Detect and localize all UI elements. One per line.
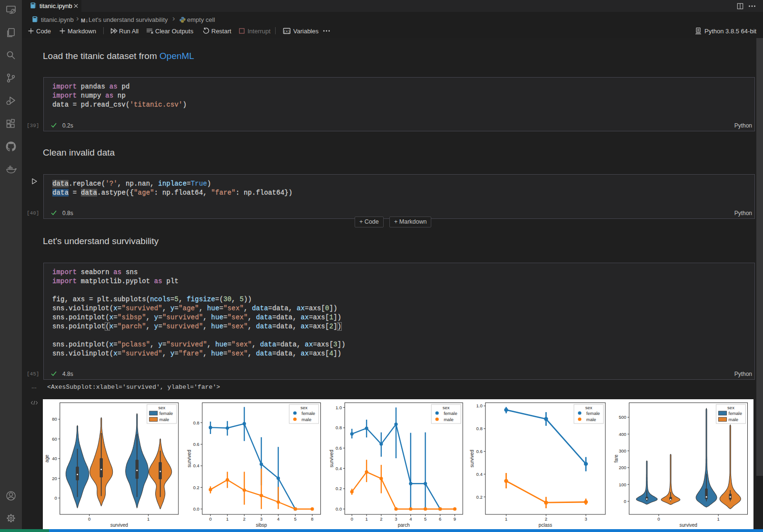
svg-text:age: age xyxy=(44,454,50,463)
svg-text:sex: sex xyxy=(727,405,734,410)
svg-text:0: 0 xyxy=(657,516,660,522)
svg-text:0.0: 0.0 xyxy=(336,506,342,512)
svg-text:200: 200 xyxy=(619,465,626,470)
svg-text:female: female xyxy=(444,411,457,416)
svg-text:80: 80 xyxy=(52,416,57,422)
svg-text:0.8: 0.8 xyxy=(336,425,342,430)
svg-text:2: 2 xyxy=(380,516,382,522)
svg-text:male: male xyxy=(729,417,739,422)
svg-text:3: 3 xyxy=(260,516,262,522)
svg-text:(x): (x) xyxy=(284,30,290,33)
svg-text:survived: survived xyxy=(110,522,128,528)
svg-text:female: female xyxy=(729,411,743,416)
svg-text:40: 40 xyxy=(52,456,57,461)
svg-text:500: 500 xyxy=(619,414,626,420)
svg-text:6: 6 xyxy=(439,516,441,522)
svg-text:sibsp: sibsp xyxy=(256,522,268,528)
svg-text:1.0: 1.0 xyxy=(336,405,342,410)
svg-text:male: male xyxy=(159,417,169,422)
svg-text:5: 5 xyxy=(424,516,426,522)
svg-text:3: 3 xyxy=(585,516,587,522)
svg-text:0.4: 0.4 xyxy=(193,463,199,468)
svg-text:0.8: 0.8 xyxy=(193,420,199,425)
svg-text:0: 0 xyxy=(55,495,57,501)
svg-text:0.2: 0.2 xyxy=(476,494,483,500)
svg-text:0.0: 0.0 xyxy=(193,506,199,512)
svg-text:3: 3 xyxy=(395,516,397,522)
svg-text:0: 0 xyxy=(88,516,90,522)
svg-text:female: female xyxy=(586,411,600,416)
svg-text:0: 0 xyxy=(209,516,211,522)
svg-text:female: female xyxy=(302,411,316,416)
svg-text:4: 4 xyxy=(277,516,279,522)
svg-text:60: 60 xyxy=(52,436,57,442)
svg-text:female: female xyxy=(159,411,173,416)
svg-text:4: 4 xyxy=(409,516,412,522)
svg-text:survived: survived xyxy=(680,522,697,528)
svg-text:fare: fare xyxy=(614,454,619,463)
svg-text:1.0: 1.0 xyxy=(476,403,483,408)
svg-text:sex: sex xyxy=(443,405,450,410)
svg-text:300: 300 xyxy=(619,448,626,453)
svg-text:0.4: 0.4 xyxy=(336,466,342,471)
svg-text:1: 1 xyxy=(226,516,228,522)
svg-text:0.2: 0.2 xyxy=(336,486,342,491)
svg-text:5: 5 xyxy=(294,516,297,522)
svg-text:1: 1 xyxy=(147,516,149,522)
svg-text:0: 0 xyxy=(351,516,353,522)
svg-text:sex: sex xyxy=(585,405,592,410)
svg-text:0.4: 0.4 xyxy=(476,472,483,477)
svg-text:8: 8 xyxy=(311,516,313,522)
svg-text:survived: survived xyxy=(469,450,475,467)
svg-text:parch: parch xyxy=(398,522,410,528)
svg-text:1: 1 xyxy=(717,516,720,522)
svg-text:2: 2 xyxy=(545,516,547,522)
svg-text:pclass: pclass xyxy=(539,522,552,528)
svg-text:0.6: 0.6 xyxy=(336,445,342,451)
svg-text:9: 9 xyxy=(454,516,456,522)
svg-text:0.2: 0.2 xyxy=(193,485,199,490)
svg-text:1: 1 xyxy=(505,516,507,522)
svg-text:male: male xyxy=(302,417,312,422)
svg-text:2: 2 xyxy=(243,516,246,522)
svg-text:sex: sex xyxy=(158,405,165,410)
svg-text:0.8: 0.8 xyxy=(476,426,483,431)
svg-text:male: male xyxy=(586,417,596,422)
svg-text:0.6: 0.6 xyxy=(476,449,483,454)
svg-text:male: male xyxy=(444,417,454,422)
svg-text:sex: sex xyxy=(300,405,307,410)
svg-text:100: 100 xyxy=(619,482,626,487)
svg-text:survived: survived xyxy=(187,450,192,467)
svg-text:0.6: 0.6 xyxy=(193,442,199,447)
svg-text:0: 0 xyxy=(624,499,626,504)
svg-text:survived: survived xyxy=(329,450,334,467)
svg-text:20: 20 xyxy=(52,476,57,481)
svg-text:400: 400 xyxy=(619,432,626,437)
svg-text:1: 1 xyxy=(365,516,367,522)
